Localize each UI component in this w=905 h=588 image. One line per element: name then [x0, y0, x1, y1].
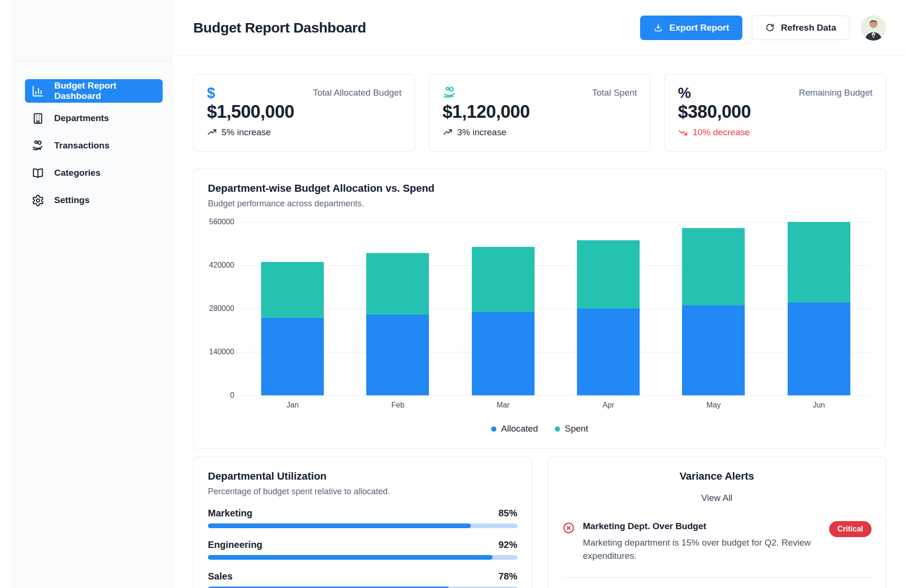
stat-card-header: %Remaining Budget: [678, 86, 872, 100]
stacked-bar-jun[interactable]: [788, 222, 850, 395]
bar-segment-allocated: [682, 305, 745, 395]
y-axis-tick-label: 0: [230, 391, 234, 400]
alerts-title: Variance Alerts: [562, 470, 872, 482]
department-name: Marketing: [208, 508, 252, 519]
y-axis-tick-label: 420000: [209, 261, 234, 270]
alert-title: Marketing Dept. Over Budget: [583, 521, 822, 531]
department-name: Sales: [208, 571, 232, 582]
app-root: Budget Report DashboardDepartmentsTransa…: [0, 0, 905, 588]
stat-label: Total Spent: [592, 86, 637, 98]
legend-item-allocated[interactable]: Allocated: [491, 424, 538, 434]
stat-trend: 3% increase: [443, 127, 637, 138]
alert-divider: [562, 577, 872, 578]
chart-gridline: [240, 395, 872, 396]
sidebar: Budget Report DashboardDepartmentsTransa…: [0, 0, 172, 588]
export-report-label: Export Report: [669, 23, 729, 33]
sidebar-item-settings[interactable]: Settings: [25, 188, 163, 212]
hand-coins-icon: [443, 86, 457, 100]
legend-label: Spent: [565, 424, 588, 434]
y-axis-tick-label: 280000: [209, 304, 234, 313]
bar-segment-allocated: [261, 318, 324, 395]
chart-bars: [240, 222, 872, 395]
bar-slot-jan: [240, 222, 345, 395]
utilization-row-header: Sales78%: [208, 571, 518, 582]
bar-segment-allocated: [577, 309, 640, 395]
export-report-button[interactable]: Export Report: [640, 16, 742, 40]
x-axis-label: Mar: [451, 401, 556, 409]
sidebar-item-transactions[interactable]: Transactions: [25, 134, 163, 157]
stat-label: Total Allocated Budget: [313, 86, 402, 98]
chart-column-icon: [32, 85, 44, 98]
utilization-row-engineering: Engineering92%: [208, 539, 518, 560]
bar-segment-allocated: [366, 315, 429, 395]
hand-coins-icon: [32, 139, 44, 152]
stacked-bar-mar[interactable]: [472, 247, 535, 395]
sidebar-item-label: Settings: [54, 195, 90, 205]
stat-value: $380,000: [678, 102, 872, 122]
stat-value: $1,500,000: [207, 102, 402, 122]
utilization-row-header: Marketing85%: [208, 508, 518, 519]
stat-card-total-spent: Total Spent$1,120,0003% increase: [429, 74, 651, 152]
progress-bar-track: [208, 555, 518, 560]
legend-item-spent[interactable]: Spent: [555, 424, 588, 434]
trend-up-icon: [207, 127, 217, 138]
main-content: Budget Report Dashboard Export Report Re…: [172, 0, 905, 588]
stat-card-remaining-budget: %Remaining Budget$380,00010% decrease: [664, 74, 886, 152]
sidebar-item-label: Categories: [54, 168, 100, 178]
stat-card-header: Total Spent: [443, 86, 637, 100]
alerts-list: Marketing Dept. Over BudgetMarketing dep…: [562, 521, 872, 578]
utilization-row-marketing: Marketing85%: [208, 508, 518, 528]
bar-segment-spent: [366, 253, 429, 315]
percent-icon: %: [678, 86, 692, 100]
department-name: Engineering: [208, 539, 263, 550]
bar-segment-spent: [788, 222, 850, 302]
legend-label: Allocated: [501, 424, 538, 434]
utilization-row-header: Engineering92%: [208, 539, 518, 550]
header: Budget Report Dashboard Export Report Re…: [172, 0, 905, 56]
bar-slot-may: [661, 222, 766, 395]
bar-slot-apr: [556, 222, 661, 395]
progress-bar-fill: [208, 523, 471, 528]
stat-card-header: $Total Allocated Budget: [207, 86, 402, 100]
user-avatar[interactable]: [861, 15, 886, 41]
stacked-bar-feb[interactable]: [366, 253, 429, 395]
view-all-link[interactable]: View All: [701, 493, 732, 503]
legend-dot: [491, 426, 496, 432]
bar-segment-spent: [472, 247, 535, 312]
sidebar-item-departments[interactable]: Departments: [25, 106, 163, 130]
trend-down-icon: [678, 127, 688, 138]
x-axis-label: Jan: [240, 401, 345, 409]
bar-segment-spent: [682, 228, 745, 305]
gear-icon: [32, 194, 44, 207]
utilization-list: Marketing85%Engineering92%Sales78%: [208, 508, 518, 588]
chart-subtitle: Budget performance across departments.: [208, 199, 872, 209]
page-title: Budget Report Dashboard: [193, 20, 366, 36]
alert-circle-x-icon: [562, 522, 575, 534]
stacked-bar-jan[interactable]: [261, 262, 324, 395]
avatar-photo: [861, 15, 886, 41]
stacked-bar-may[interactable]: [682, 228, 745, 395]
stats-row: $Total Allocated Budget$1,500,0005% incr…: [193, 74, 886, 152]
progress-bar-fill: [208, 555, 493, 560]
chart-title: Department-wise Budget Allocation vs. Sp…: [208, 182, 872, 195]
utilization-percent: 85%: [498, 508, 517, 519]
alert-body: Marketing Dept. Over BudgetMarketing dep…: [583, 521, 822, 562]
chart-card: Department-wise Budget Allocation vs. Sp…: [193, 169, 886, 449]
sidebar-item-budget-report-dashboard[interactable]: Budget Report Dashboard: [25, 79, 163, 103]
bar-slot-feb: [345, 222, 450, 395]
refresh-data-button[interactable]: Refresh Data: [752, 16, 849, 40]
utilization-card: Departmental Utilization Percentage of b…: [193, 457, 532, 588]
sidebar-item-categories[interactable]: Categories: [25, 161, 163, 185]
book-open-icon: [32, 167, 44, 180]
utilization-percent: 78%: [498, 571, 517, 582]
download-icon: [653, 23, 663, 33]
alert-description: Marketing department is 15% over budget …: [583, 536, 822, 562]
stacked-bar-apr[interactable]: [577, 240, 640, 395]
chart-plot-area: 0140000280000420000560000 JanFebMarAprMa…: [208, 222, 872, 409]
stat-trend: 10% decrease: [678, 127, 872, 138]
alerts-card: Variance Alerts View All Marketing Dept.…: [548, 457, 887, 588]
building-icon: [32, 112, 44, 125]
x-axis-label: Feb: [345, 401, 450, 409]
stat-trend-label: 10% decrease: [692, 127, 749, 138]
x-axis-label: Apr: [556, 401, 661, 409]
